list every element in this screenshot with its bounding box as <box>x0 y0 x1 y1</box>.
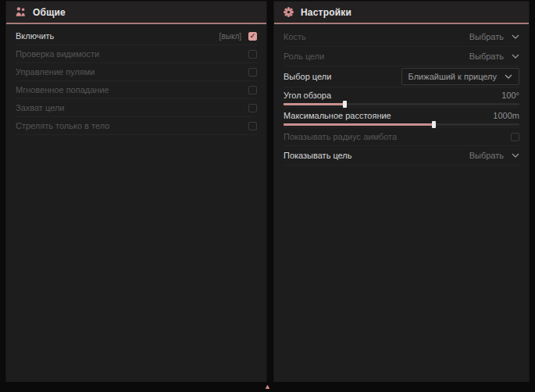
body-only-checkbox[interactable] <box>248 122 257 130</box>
setting-row-body-only[interactable]: Стрелять только в тело <box>16 117 257 135</box>
setting-label: Стрелять только в тело <box>16 121 109 130</box>
setting-row-visibility-check[interactable]: Проверка видимости <box>16 45 257 63</box>
panel-title: Настройки <box>301 7 351 18</box>
setting-label: Угол обзора <box>284 91 331 100</box>
setting-row-show-aimbot-radius[interactable]: Показывать радиус аимбота <box>284 128 519 146</box>
enable-checkbox[interactable] <box>248 32 257 41</box>
chevron-down-icon <box>512 34 519 39</box>
bone-dropdown[interactable]: Выбрать <box>469 32 519 41</box>
dropdown-value: Ближайший к прицелу <box>408 72 497 81</box>
panel-general-header: Общие <box>6 2 266 24</box>
visibility-check-checkbox[interactable] <box>248 50 257 59</box>
target-selection-dropdown[interactable]: Ближайший к прицелу <box>401 68 519 85</box>
slider-fill <box>284 103 345 105</box>
show-target-dropdown[interactable]: Выбрать <box>469 151 519 160</box>
slider-value: 100° <box>501 91 519 100</box>
slider-header: Максимальное расстояние 1000m <box>284 109 519 121</box>
max-distance-slider[interactable] <box>284 123 519 126</box>
setting-label: Показывать радиус аимбота <box>284 132 397 141</box>
setting-row-bullet-control[interactable]: Управление пулями <box>16 63 257 81</box>
people-icon <box>15 6 27 18</box>
panel-general: Общие Включить [выкл] Проверка видимости… <box>6 2 266 382</box>
panel-settings: Настройки Кость Выбрать Роль цели Выбрат… <box>274 2 529 382</box>
panel-settings-header: Настройки <box>274 2 529 24</box>
setting-label: Мгновенное попадание <box>16 85 109 94</box>
setting-controls: [выкл] <box>219 32 257 41</box>
panel-title: Общие <box>33 7 66 18</box>
target-lock-checkbox[interactable] <box>248 104 257 112</box>
slider-value: 1000m <box>493 111 519 120</box>
setting-label: Выбор цели <box>284 72 331 81</box>
slider-fill <box>284 123 434 126</box>
show-aimbot-radius-checkbox[interactable] <box>511 133 519 141</box>
setting-row-bone: Кость Выбрать <box>284 27 519 47</box>
dropdown-value: Выбрать <box>469 32 504 41</box>
setting-row-target-lock[interactable]: Захват цели <box>16 99 257 117</box>
setting-row-enable[interactable]: Включить [выкл] <box>16 27 257 45</box>
setting-label: Максимальное расстояние <box>284 111 391 120</box>
slider-handle[interactable] <box>343 101 347 108</box>
target-role-dropdown[interactable]: Выбрать <box>469 52 519 61</box>
bullet-control-checkbox[interactable] <box>248 68 257 77</box>
setting-label: Управление пулями <box>16 67 95 77</box>
setting-label: Включить <box>16 31 54 41</box>
chevron-down-icon <box>512 153 519 158</box>
gear-icon <box>283 6 294 18</box>
setting-label: Захват цели <box>16 103 64 112</box>
setting-row-instant-hit[interactable]: Мгновенное попадание <box>16 81 257 99</box>
dropdown-value: Выбрать <box>469 151 504 160</box>
dropdown-value: Выбрать <box>469 52 504 61</box>
instant-hit-checkbox[interactable] <box>248 86 257 94</box>
setting-row-target-selection: Выбор цели Ближайший к прицелу <box>284 66 519 87</box>
fov-slider[interactable] <box>284 103 519 105</box>
setting-row-fov: Угол обзора 100° <box>284 87 519 108</box>
slider-header: Угол обзора 100° <box>284 89 519 101</box>
setting-row-show-target: Показывать цель Выбрать <box>284 146 519 166</box>
chevron-down-icon <box>505 74 512 79</box>
panel-settings-rows: Кость Выбрать Роль цели Выбрать Выбор це… <box>274 24 529 166</box>
setting-label: Роль цели <box>284 52 324 61</box>
slider-handle[interactable] <box>432 121 436 128</box>
keybind-state-tag: [выкл] <box>219 32 241 41</box>
setting-label: Показывать цель <box>284 151 352 160</box>
setting-row-target-role: Роль цели Выбрать <box>284 47 519 66</box>
panel-general-rows: Включить [выкл] Проверка видимости Управ… <box>6 24 266 135</box>
chevron-down-icon <box>512 54 519 59</box>
setting-row-max-distance: Максимальное расстояние 1000m <box>284 108 519 128</box>
scroll-up-indicator[interactable]: ▲ <box>264 383 271 390</box>
bottom-bar: ▲ <box>0 382 535 392</box>
setting-label: Кость <box>284 32 306 41</box>
setting-label: Проверка видимости <box>16 49 99 59</box>
